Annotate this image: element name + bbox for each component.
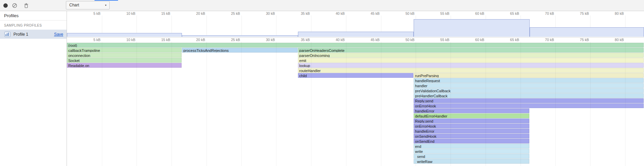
flame-bar[interactable]: onSendHook	[414, 134, 529, 138]
chart-area: 5 kB10 kB15 kB20 kB25 kB30 kB35 kB40 kB4…	[67, 11, 644, 166]
record-button[interactable]	[1, 1, 10, 10]
flame-bar[interactable]: (root)	[67, 43, 644, 47]
flame-bar[interactable]: processTicksAndRejections	[182, 48, 297, 53]
flame-bar[interactable]: _writeRaw	[414, 159, 529, 164]
flame-bar[interactable]: preValidationCallback	[414, 88, 644, 93]
overview-area-step	[182, 35, 298, 37]
flame-bar[interactable]: onErrorHook	[414, 103, 644, 108]
flame-bar[interactable]: preHandlerCallback	[414, 93, 644, 98]
flame-bar[interactable]: Reply.send	[414, 119, 529, 123]
profiler-toolbar: Chart ▼	[0, 0, 644, 11]
chevron-down-icon: ▼	[105, 1, 107, 9]
trash-icon	[24, 3, 29, 8]
flame-bar[interactable]: callbackTrampoline	[67, 48, 182, 53]
active-tab-indicator	[94, 0, 118, 1]
flame-bar[interactable]: _send	[414, 154, 529, 159]
flame-bar[interactable]: handler	[414, 83, 644, 88]
profile-save-link[interactable]: Save	[54, 32, 63, 37]
overview-area-step	[414, 19, 529, 37]
profile-icon	[4, 32, 10, 37]
flame-bar[interactable]: handleError	[414, 108, 529, 113]
flame-bar[interactable]: routeHandler	[298, 68, 644, 73]
flame-bar[interactable]: child	[298, 73, 413, 78]
overview-area-step	[530, 27, 644, 37]
record-icon	[3, 3, 8, 8]
block-icon	[12, 3, 17, 8]
flame-bar[interactable]: defaultErrorHandler	[414, 113, 529, 118]
flame-bar[interactable]: onconnection	[67, 53, 182, 58]
profile-row[interactable]: Profile 1 Save	[0, 30, 67, 39]
flame-bar[interactable]: Reply.send	[414, 98, 644, 103]
flame-bar[interactable]: lookup	[298, 63, 644, 68]
flame-bar[interactable]: Readable.on	[67, 63, 182, 68]
clear-profiles-button[interactable]	[10, 1, 19, 10]
flame-bar[interactable]: handleError	[414, 129, 529, 133]
flame-bar[interactable]: parserOnHeadersComplete	[298, 48, 644, 53]
overview-area-step	[298, 32, 414, 37]
profile-name: Profile 1	[13, 32, 28, 37]
delete-profile-button[interactable]	[22, 1, 31, 10]
flame-bar[interactable]: Socket	[67, 58, 182, 63]
sidebar-header: Profiles	[0, 11, 67, 21]
memory-profiler-panel: Chart ▼ Profiles SAMPLING PROFILES Profi…	[0, 0, 644, 166]
flame-bar[interactable]: onErrorHook	[414, 124, 529, 128]
flame-bar[interactable]: parserOnIncoming	[298, 53, 644, 58]
profiles-sidebar: Profiles SAMPLING PROFILES Profile 1 Sav…	[0, 11, 67, 166]
overview-area-step	[67, 33, 182, 37]
view-mode-value: Chart	[69, 3, 79, 7]
view-mode-select[interactable]: Chart ▼	[66, 1, 110, 9]
sampling-profiles-section-title: SAMPLING PROFILES	[0, 23, 67, 28]
flame-bar[interactable]: onSendEnd	[414, 139, 529, 143]
flame-bar[interactable]: write_	[414, 149, 529, 154]
flame-bar[interactable]: handleRequest	[414, 78, 644, 83]
flame-bar[interactable]: emit	[298, 58, 644, 63]
flame-bar[interactable]: runPreParsing	[414, 73, 644, 78]
flame-bar[interactable]: end	[414, 144, 529, 148]
